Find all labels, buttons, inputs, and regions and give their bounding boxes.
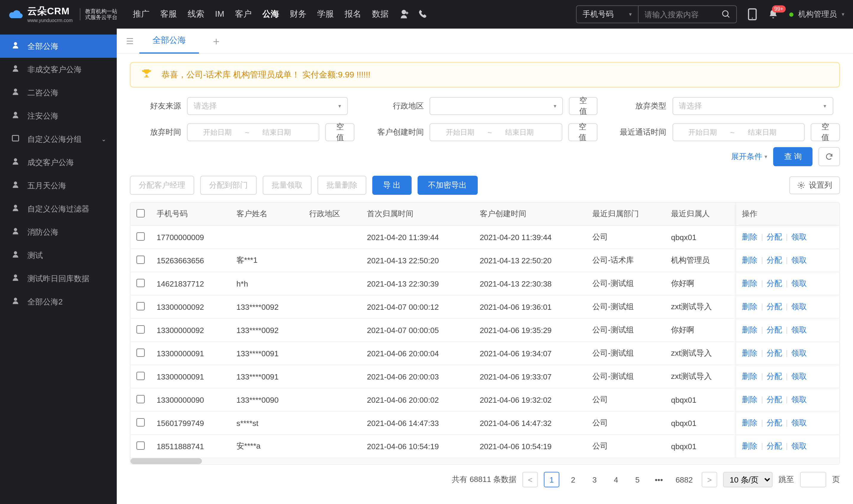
pager-next[interactable]: > [702, 472, 717, 487]
sidebar-item-2[interactable]: 二咨公海 [0, 81, 117, 104]
row-checkbox[interactable] [137, 325, 145, 333]
pager-page[interactable]: 4 [608, 472, 624, 487]
btn-create-empty[interactable]: 空值 [568, 123, 597, 141]
row-delete-link[interactable]: 删除 [742, 279, 757, 288]
row-assign-link[interactable]: 分配 [767, 442, 782, 450]
nav-item-7[interactable]: 学服 [316, 6, 335, 22]
btn-assign-dept[interactable]: 分配到部门 [200, 176, 257, 195]
row-delete-link[interactable]: 删除 [742, 325, 757, 334]
btn-set-columns[interactable]: 设置列 [789, 176, 840, 194]
pager-last[interactable]: 6882 [672, 472, 696, 487]
btn-assign-manager[interactable]: 分配客户经理 [130, 176, 194, 195]
row-delete-link[interactable]: 删除 [742, 418, 757, 427]
pager-prev[interactable]: < [522, 472, 538, 487]
btn-batch-claim[interactable]: 批量领取 [263, 176, 311, 195]
row-delete-link[interactable]: 删除 [742, 302, 757, 311]
row-checkbox[interactable] [137, 372, 145, 380]
row-claim-link[interactable]: 领取 [791, 372, 807, 381]
sidebar-item-9[interactable]: 测试 [0, 244, 117, 267]
btn-export-plain[interactable]: 不加密导出 [417, 176, 477, 195]
nav-item-4[interactable]: 客户 [234, 6, 253, 22]
row-delete-link[interactable]: 删除 [742, 232, 757, 241]
pager-page[interactable]: 3 [587, 472, 602, 487]
sidebar-item-7[interactable]: 自定义公海过滤器 [0, 197, 117, 220]
abandon-end-input[interactable] [253, 128, 301, 137]
expand-filters-link[interactable]: 展开条件 ▾ [731, 151, 767, 162]
phone-icon[interactable] [417, 9, 428, 20]
row-assign-link[interactable]: 分配 [767, 395, 782, 404]
row-assign-link[interactable]: 分配 [767, 325, 782, 334]
daterange-abandon-time[interactable]: ~ [187, 123, 320, 141]
row-delete-link[interactable]: 删除 [742, 348, 757, 357]
sidebar-item-4[interactable]: 自定义公海分组⌄ [0, 127, 117, 151]
sidebar-item-11[interactable]: 全部公海2 [0, 290, 117, 313]
create-start-input[interactable] [436, 128, 484, 137]
btn-abandon-empty[interactable]: 空值 [326, 123, 355, 141]
select-all-checkbox[interactable] [137, 209, 145, 217]
daterange-last-call[interactable]: ~ [672, 123, 805, 141]
sidebar-item-5[interactable]: 成交客户公海 [0, 151, 117, 174]
row-checkbox[interactable] [137, 348, 145, 357]
nav-item-3[interactable]: IM [214, 6, 225, 22]
row-claim-link[interactable]: 领取 [791, 325, 807, 334]
add-user-icon[interactable] [398, 9, 409, 20]
row-delete-link[interactable]: 删除 [742, 256, 757, 265]
row-claim-link[interactable]: 领取 [791, 256, 807, 265]
horizontal-scrollbar[interactable] [130, 458, 839, 464]
row-assign-link[interactable]: 分配 [767, 348, 782, 357]
btn-lastcall-empty[interactable]: 空值 [811, 123, 840, 141]
sidebar-item-6[interactable]: 五月天公海 [0, 174, 117, 197]
row-checkbox[interactable] [137, 278, 145, 287]
sidebar-item-3[interactable]: 注安公海 [0, 104, 117, 127]
brand-logo[interactable]: 云朵CRM www.yunduocrm.com 教育机构一站 式服务云平台 [8, 5, 117, 23]
nav-item-5[interactable]: 公海 [261, 6, 280, 22]
nav-item-6[interactable]: 财务 [289, 6, 308, 22]
nav-item-9[interactable]: 数据 [371, 6, 390, 22]
user-menu[interactable]: 机构管理员 ▾ [789, 9, 845, 20]
lastcall-start-input[interactable] [679, 128, 726, 137]
daterange-create-time[interactable]: ~ [430, 123, 562, 141]
row-assign-link[interactable]: 分配 [767, 232, 782, 241]
select-friend-source[interactable]: 请选择▾ [187, 97, 348, 115]
row-checkbox[interactable] [137, 395, 145, 403]
row-claim-link[interactable]: 领取 [791, 395, 807, 404]
pager-jump-input[interactable] [800, 472, 826, 487]
btn-batch-delete[interactable]: 批量删除 [317, 176, 366, 195]
search-button[interactable] [716, 10, 736, 19]
row-claim-link[interactable]: 领取 [791, 302, 807, 311]
row-assign-link[interactable]: 分配 [767, 302, 782, 311]
row-claim-link[interactable]: 领取 [791, 442, 807, 450]
row-checkbox[interactable] [137, 418, 145, 426]
sidebar-item-10[interactable]: 测试昨日回库数据 [0, 267, 117, 290]
abandon-start-input[interactable] [194, 128, 241, 137]
row-delete-link[interactable]: 删除 [742, 372, 757, 381]
row-assign-link[interactable]: 分配 [767, 256, 782, 265]
mobile-icon[interactable] [748, 8, 757, 20]
btn-region-empty[interactable]: 空值 [569, 97, 597, 115]
pager-page[interactable]: 2 [565, 472, 581, 487]
select-abandon-type[interactable]: 请选择▾ [672, 97, 833, 115]
search-type-select[interactable]: 手机号码 ▾ [577, 6, 638, 23]
nav-item-1[interactable]: 客服 [159, 6, 178, 22]
row-checkbox[interactable] [137, 232, 145, 240]
search-input[interactable] [638, 6, 716, 23]
query-button[interactable]: 查 询 [774, 147, 813, 166]
btn-export[interactable]: 导 出 [372, 176, 411, 195]
sidebar-item-8[interactable]: 消防公海 [0, 220, 117, 244]
row-assign-link[interactable]: 分配 [767, 372, 782, 381]
row-delete-link[interactable]: 删除 [742, 395, 757, 404]
row-checkbox[interactable] [137, 255, 145, 264]
pager-page[interactable]: 1 [544, 472, 559, 487]
pager-page[interactable]: 5 [630, 472, 645, 487]
tab-all-public[interactable]: 全部公海 [139, 28, 199, 53]
nav-item-8[interactable]: 报名 [343, 6, 362, 22]
notification-bell[interactable]: 99+ [768, 9, 779, 20]
nav-item-2[interactable]: 线索 [186, 6, 205, 22]
row-claim-link[interactable]: 领取 [791, 232, 807, 241]
row-assign-link[interactable]: 分配 [767, 418, 782, 427]
row-claim-link[interactable]: 领取 [791, 348, 807, 357]
row-assign-link[interactable]: 分配 [767, 279, 782, 288]
nav-item-0[interactable]: 推广 [132, 6, 151, 22]
tab-list-icon[interactable] [123, 34, 137, 48]
lastcall-end-input[interactable] [738, 128, 786, 137]
